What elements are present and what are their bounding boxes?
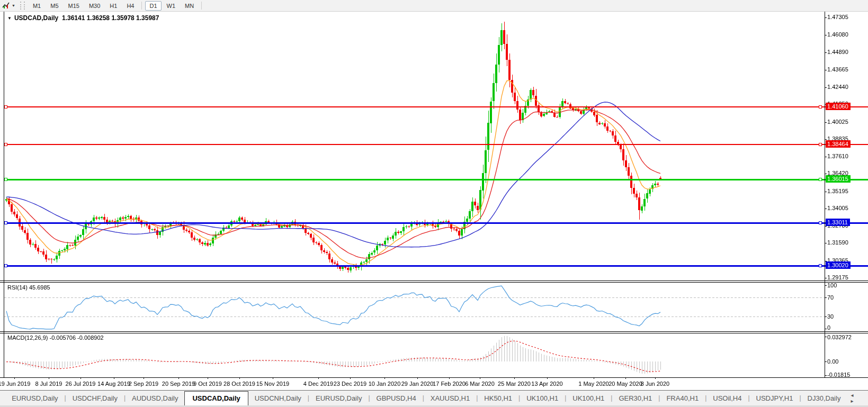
timeframe-button-mn[interactable]: MN: [181, 1, 198, 11]
price-tick-label: 1.47305: [827, 14, 848, 20]
price-line-tag: 1.30020: [826, 261, 851, 269]
macd-tick-label: 0.00: [827, 358, 838, 365]
toolbar-drag-handle[interactable]: [20, 2, 25, 10]
chart-title: ▼USDCAD,Daily 1.36141 1.36258 1.35978 1.…: [7, 14, 159, 22]
tab-scroll-right-icon[interactable]: ▸: [847, 398, 857, 404]
chart-tabs: EURUSD,Daily|USDCHF,Daily|AUDUSD,DailyUS…: [5, 391, 847, 405]
rsi-label: RSI(14) 45.6985: [7, 284, 50, 291]
date-label: 17 Feb 2020: [433, 381, 466, 387]
timeframe-buttons: M1M5M15M30H1H4D1W1MN: [28, 1, 204, 11]
chart-tab-hk50-h1[interactable]: HK50,H1: [478, 392, 518, 405]
collapse-arrow-icon[interactable]: ▼: [7, 16, 12, 21]
chevron-down-icon[interactable]: ▼: [12, 4, 15, 7]
timeframe-button-m5[interactable]: M5: [46, 1, 62, 11]
rsi-tick-label: 0: [827, 324, 830, 331]
toolbar-separator: [141, 2, 142, 10]
date-label: 19 Jun 2019: [0, 381, 30, 387]
date-label: 4 Dec 2019: [303, 381, 333, 387]
chart-tab-eurusd-daily[interactable]: EURUSD,Daily: [5, 392, 64, 405]
price-tick-label: 1.35195: [827, 188, 848, 194]
trading-terminal: ▼ M1M5M15M30H1H4D1W1MN ▼USDCAD,Daily 1.3…: [0, 0, 868, 407]
price-tick-label: 1.43665: [827, 66, 848, 73]
date-label: 20 Sep 2019: [162, 381, 195, 387]
chart-tab-usoil-h4[interactable]: USOil,H4: [706, 392, 748, 405]
date-label: 20 May 2020: [609, 381, 642, 387]
timeframe-button-m1[interactable]: M1: [29, 1, 45, 11]
chart-tab-dj30-daily[interactable]: DJ30,Daily: [801, 392, 847, 405]
price-tick-label: 1.44890: [827, 49, 848, 55]
chart-tab-usdcnh-daily[interactable]: USDCNH,Daily: [248, 392, 308, 405]
chart-tab-xauusd-h1[interactable]: XAUUSD,H1: [424, 392, 476, 405]
price-tick-label: 1.40025: [827, 119, 848, 125]
date-label: 6 Mar 2020: [465, 381, 495, 387]
rsi-tick-label: 30: [827, 313, 834, 320]
price-tick-label: 1.37610: [827, 153, 848, 159]
chart-tab-usdcad-daily[interactable]: USDCAD,Daily: [184, 391, 248, 406]
date-label: 15 Nov 2019: [256, 381, 289, 387]
macd-tick-label: 0.032972: [827, 334, 852, 340]
date-label: 2 Sep 2019: [129, 381, 158, 387]
macd-tick-label: -0.01815: [827, 372, 850, 378]
price-tick-label: 1.29175: [827, 274, 848, 281]
date-label: 23 Dec 2019: [334, 381, 366, 387]
date-label: 1 May 2020: [578, 381, 609, 387]
date-label: 29 Jan 2020: [401, 381, 434, 387]
date-label: 28 Oct 2019: [223, 381, 255, 387]
timeframe-button-m15[interactable]: M15: [64, 1, 84, 11]
price-tick-label: 1.46080: [827, 31, 848, 38]
date-label: 9 Oct 2019: [193, 381, 222, 387]
date-label: 26 Jul 2019: [66, 381, 96, 387]
date-label: 14 Aug 2019: [97, 381, 130, 387]
timeframe-button-m30[interactable]: M30: [85, 1, 104, 11]
symbol-name: USDCAD,Daily: [14, 14, 58, 22]
timeframe-button-w1[interactable]: W1: [163, 1, 180, 11]
timeframe-button-h4[interactable]: H4: [122, 1, 138, 11]
chart-tabs-bar: EURUSD,Daily|USDCHF,Daily|AUDUSD,DailyUS…: [0, 391, 868, 406]
chart-tab-ger30-h1[interactable]: GER30,H1: [612, 392, 658, 405]
ohlc-quote: 1.36141 1.36258 1.35978 1.35987: [62, 14, 159, 22]
price-tick-label: 1.34005: [827, 205, 848, 211]
indicator-cursor-icon[interactable]: [2, 2, 11, 10]
chart-tab-audusd-daily[interactable]: AUDUSD,Daily: [126, 392, 184, 405]
price-line-tag: 1.33011: [826, 219, 850, 226]
tab-scroll-arrows: ◂ ▸: [847, 392, 863, 404]
chart-tab-usdchf-daily[interactable]: USDCHF,Daily: [66, 392, 124, 405]
date-label: 10 Jan 2020: [369, 381, 401, 387]
chart-canvas[interactable]: [0, 0, 868, 407]
price-line-tag: 1.36015: [826, 175, 851, 183]
timeframe-toolbar: ▼ M1M5M15M30H1H4D1W1MN: [0, 0, 868, 12]
date-label: 8 Jun 2020: [641, 381, 669, 387]
date-label: 25 Mar 2020: [498, 381, 531, 387]
tab-scroll-left-icon[interactable]: ◂: [847, 392, 857, 398]
macd-label: MACD(12,26,9) -0.005706 -0.008902: [7, 334, 104, 341]
chart-tab-eurusd-daily[interactable]: EURUSD,Daily: [309, 392, 368, 405]
chart-tab-gbpusd-h4[interactable]: GBPUSD,H4: [370, 392, 423, 405]
date-label: 13 Apr 2020: [531, 381, 562, 387]
price-line-tag: 1.41060: [826, 103, 851, 110]
rsi-tick-label: 100: [827, 282, 837, 288]
timeframe-button-h1[interactable]: H1: [105, 1, 121, 11]
toolbar-separator: [201, 2, 202, 10]
price-line-tag: 1.38464: [826, 140, 851, 148]
chart-tab-uk100-h1[interactable]: UK100,H1: [520, 392, 565, 405]
chart-tab-uk100-h1[interactable]: UK100,H1: [566, 392, 611, 405]
timeframe-button-d1[interactable]: D1: [145, 1, 161, 11]
chart-tab-usdjpy-h1[interactable]: USDJPY,H1: [750, 392, 800, 405]
chart-tab-fra40-h1[interactable]: FRA40,H1: [660, 392, 705, 405]
rsi-tick-label: 70: [827, 294, 834, 301]
date-label: 8 Jul 2019: [35, 381, 62, 387]
price-tick-label: 1.31590: [827, 239, 848, 246]
price-tick-label: 1.42440: [827, 84, 848, 90]
